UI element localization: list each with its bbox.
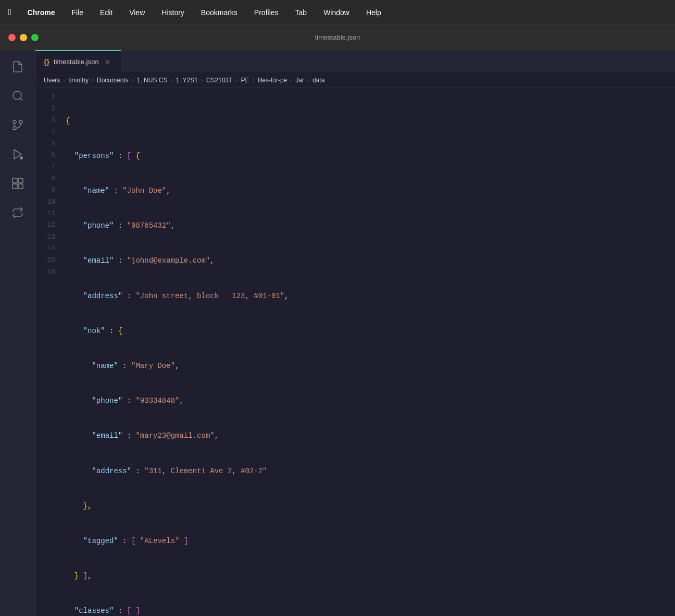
breadcrumb-cs2103t[interactable]: CS2103T — [206, 77, 233, 84]
code-line-2: "persons" : [ { — [66, 150, 671, 162]
line-num-2: 2 — [40, 103, 55, 115]
line-num-9: 9 — [40, 185, 55, 196]
menu-tab[interactable]: Tab — [292, 6, 310, 19]
menu-bookmarks[interactable]: Bookmarks — [198, 6, 241, 19]
search-icon[interactable] — [5, 83, 30, 108]
extensions-icon[interactable] — [5, 171, 30, 196]
tab-bar: {} timestable.json × — [35, 50, 675, 73]
line-num-1: 1 — [40, 92, 55, 103]
code-line-7: "nok" : { — [66, 325, 671, 337]
svg-line-1 — [20, 98, 22, 101]
code-line-10: "email" : "mary23@gmail.com", — [66, 430, 671, 441]
breadcrumb-files-for-pe[interactable]: files-for-pe — [258, 77, 288, 84]
code-content[interactable]: { "persons" : [ { "name" : "John Doe", "… — [61, 92, 675, 616]
close-button[interactable] — [8, 34, 16, 41]
json-file-icon: {} — [44, 58, 49, 66]
line-num-12: 12 — [40, 220, 55, 231]
breadcrumb-nus-cs[interactable]: 1. NUS CS — [137, 77, 168, 84]
svg-point-0 — [13, 91, 21, 100]
line-num-15: 15 — [40, 255, 55, 266]
tab-close-button[interactable]: × — [103, 57, 113, 67]
menu-view[interactable]: View — [126, 6, 148, 19]
menu-edit[interactable]: Edit — [97, 6, 116, 19]
line-num-6: 6 — [40, 150, 55, 162]
breadcrumb-users[interactable]: Users — [44, 77, 60, 84]
file-tab[interactable]: {} timestable.json × — [35, 50, 121, 72]
activity-bar — [0, 50, 35, 616]
svg-rect-9 — [18, 178, 23, 183]
line-num-10: 10 — [40, 197, 55, 208]
window-title: timestable.json — [315, 33, 360, 41]
line-num-7: 7 — [40, 162, 55, 173]
breadcrumb-timothy[interactable]: timothy — [68, 77, 89, 84]
menu-profiles[interactable]: Profiles — [251, 6, 282, 19]
code-line-6: "address" : "John street, block 123, #01… — [66, 290, 671, 302]
run-debug-icon[interactable] — [5, 142, 30, 167]
files-icon[interactable] — [5, 54, 30, 79]
breadcrumb-data[interactable]: data — [312, 77, 324, 84]
code-line-4: "phone" : "98765432", — [66, 220, 671, 231]
editor-area: {} timestable.json × Users › timothy › D… — [35, 50, 675, 616]
svg-point-4 — [19, 120, 22, 124]
menu-help[interactable]: Help — [363, 6, 384, 19]
minimize-button[interactable] — [20, 34, 27, 41]
svg-rect-8 — [12, 178, 17, 183]
window-controls — [8, 34, 39, 41]
line-num-4: 4 — [40, 127, 55, 138]
maximize-button[interactable] — [31, 34, 39, 41]
line-num-8: 8 — [40, 174, 55, 185]
code-line-5: "email" : "johnd@example.com", — [66, 255, 671, 266]
breadcrumb: Users › timothy › Documents › 1. NUS CS … — [35, 73, 675, 88]
line-num-13: 13 — [40, 232, 55, 243]
code-line-1: { — [66, 115, 671, 127]
menu-window[interactable]: Window — [320, 6, 353, 19]
svg-rect-10 — [12, 184, 17, 189]
line-num-5: 5 — [40, 139, 55, 150]
menu-history[interactable]: History — [158, 6, 188, 19]
line-numbers: 1 2 3 4 5 6 7 8 9 10 11 12 13 14 15 16 — [35, 92, 61, 616]
source-control-icon[interactable] — [5, 113, 30, 138]
svg-point-7 — [20, 156, 23, 159]
code-line-12: }, — [66, 500, 671, 512]
code-line-13: "tagged" : [ "ALevels" ] — [66, 535, 671, 547]
menu-file[interactable]: File — [68, 6, 86, 19]
line-num-14: 14 — [40, 243, 55, 255]
breadcrumb-y2s1[interactable]: 1. Y2S1 — [176, 77, 197, 84]
remote-icon[interactable] — [5, 200, 30, 225]
breadcrumb-pe[interactable]: PE — [241, 77, 249, 84]
svg-point-3 — [13, 127, 16, 130]
vscode-container: {} timestable.json × Users › timothy › D… — [0, 50, 675, 616]
menu-bar:  Chrome File Edit View History Bookmark… — [0, 0, 675, 25]
breadcrumb-documents[interactable]: Documents — [97, 77, 129, 84]
line-num-11: 11 — [40, 208, 55, 220]
line-num-3: 3 — [40, 115, 55, 127]
code-line-8: "name" : "Mary Doe", — [66, 360, 671, 372]
code-line-9: "phone" : "93334848", — [66, 395, 671, 406]
code-line-11: "address" : "311, Clementi Ave 2, #02-2" — [66, 465, 671, 477]
svg-rect-11 — [18, 184, 23, 189]
tab-label: timestable.json — [54, 58, 99, 66]
apple-logo-icon:  — [8, 7, 12, 18]
window-title-bar: timestable.json — [0, 25, 675, 50]
svg-point-2 — [13, 120, 16, 124]
breadcrumb-jar[interactable]: Jar — [295, 77, 304, 84]
code-editor[interactable]: 1 2 3 4 5 6 7 8 9 10 11 12 13 14 15 16 {… — [35, 88, 675, 616]
code-line-3: "name" : "John Doe", — [66, 185, 671, 196]
code-line-14: } ], — [66, 570, 671, 582]
line-num-16: 16 — [40, 267, 55, 278]
code-line-15: "classes" : [ ] — [66, 605, 671, 616]
menu-chrome[interactable]: Chrome — [24, 6, 58, 19]
